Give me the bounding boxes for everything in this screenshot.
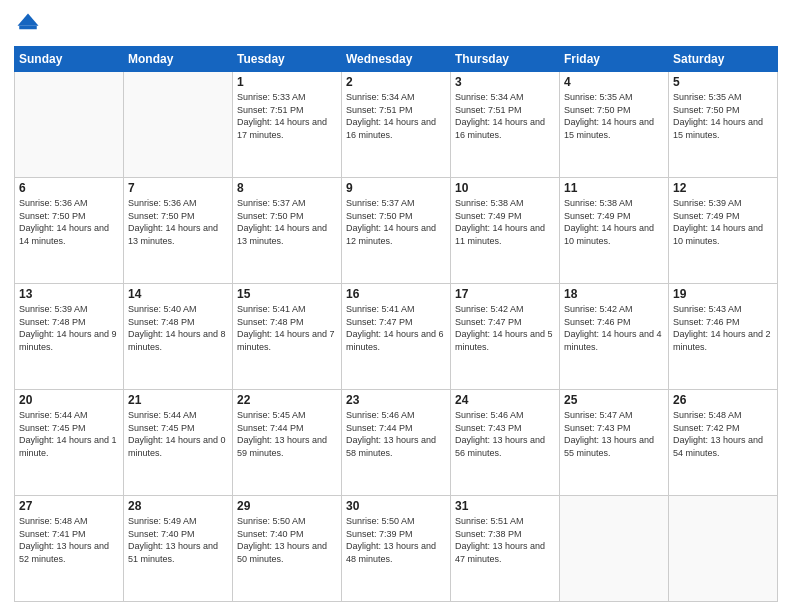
day-info: Sunrise: 5:46 AMSunset: 7:43 PMDaylight:… xyxy=(455,409,555,459)
day-number: 20 xyxy=(19,393,119,407)
day-number: 8 xyxy=(237,181,337,195)
calendar-body: 1Sunrise: 5:33 AMSunset: 7:51 PMDaylight… xyxy=(15,72,778,602)
day-info: Sunrise: 5:47 AMSunset: 7:43 PMDaylight:… xyxy=(564,409,664,459)
day-cell: 31Sunrise: 5:51 AMSunset: 7:38 PMDayligh… xyxy=(451,496,560,602)
day-info: Sunrise: 5:49 AMSunset: 7:40 PMDaylight:… xyxy=(128,515,228,565)
day-number: 6 xyxy=(19,181,119,195)
day-number: 18 xyxy=(564,287,664,301)
day-cell: 16Sunrise: 5:41 AMSunset: 7:47 PMDayligh… xyxy=(342,284,451,390)
day-info: Sunrise: 5:44 AMSunset: 7:45 PMDaylight:… xyxy=(19,409,119,459)
svg-marker-0 xyxy=(18,14,39,26)
day-cell xyxy=(124,72,233,178)
day-cell: 8Sunrise: 5:37 AMSunset: 7:50 PMDaylight… xyxy=(233,178,342,284)
day-cell: 7Sunrise: 5:36 AMSunset: 7:50 PMDaylight… xyxy=(124,178,233,284)
day-info: Sunrise: 5:50 AMSunset: 7:40 PMDaylight:… xyxy=(237,515,337,565)
day-info: Sunrise: 5:33 AMSunset: 7:51 PMDaylight:… xyxy=(237,91,337,141)
day-cell: 17Sunrise: 5:42 AMSunset: 7:47 PMDayligh… xyxy=(451,284,560,390)
day-number: 13 xyxy=(19,287,119,301)
day-info: Sunrise: 5:37 AMSunset: 7:50 PMDaylight:… xyxy=(237,197,337,247)
week-row-4: 20Sunrise: 5:44 AMSunset: 7:45 PMDayligh… xyxy=(15,390,778,496)
day-number: 24 xyxy=(455,393,555,407)
day-number: 1 xyxy=(237,75,337,89)
week-row-3: 13Sunrise: 5:39 AMSunset: 7:48 PMDayligh… xyxy=(15,284,778,390)
day-info: Sunrise: 5:51 AMSunset: 7:38 PMDaylight:… xyxy=(455,515,555,565)
day-number: 30 xyxy=(346,499,446,513)
day-number: 28 xyxy=(128,499,228,513)
day-info: Sunrise: 5:34 AMSunset: 7:51 PMDaylight:… xyxy=(346,91,446,141)
day-info: Sunrise: 5:40 AMSunset: 7:48 PMDaylight:… xyxy=(128,303,228,353)
day-number: 25 xyxy=(564,393,664,407)
weekday-header-thursday: Thursday xyxy=(451,47,560,72)
day-cell: 28Sunrise: 5:49 AMSunset: 7:40 PMDayligh… xyxy=(124,496,233,602)
weekday-header-monday: Monday xyxy=(124,47,233,72)
day-info: Sunrise: 5:48 AMSunset: 7:42 PMDaylight:… xyxy=(673,409,773,459)
weekday-header-sunday: Sunday xyxy=(15,47,124,72)
day-cell: 22Sunrise: 5:45 AMSunset: 7:44 PMDayligh… xyxy=(233,390,342,496)
day-number: 7 xyxy=(128,181,228,195)
day-cell: 27Sunrise: 5:48 AMSunset: 7:41 PMDayligh… xyxy=(15,496,124,602)
day-cell: 20Sunrise: 5:44 AMSunset: 7:45 PMDayligh… xyxy=(15,390,124,496)
day-info: Sunrise: 5:35 AMSunset: 7:50 PMDaylight:… xyxy=(564,91,664,141)
day-cell: 24Sunrise: 5:46 AMSunset: 7:43 PMDayligh… xyxy=(451,390,560,496)
day-cell: 1Sunrise: 5:33 AMSunset: 7:51 PMDaylight… xyxy=(233,72,342,178)
day-info: Sunrise: 5:48 AMSunset: 7:41 PMDaylight:… xyxy=(19,515,119,565)
day-number: 3 xyxy=(455,75,555,89)
day-cell: 3Sunrise: 5:34 AMSunset: 7:51 PMDaylight… xyxy=(451,72,560,178)
day-cell: 23Sunrise: 5:46 AMSunset: 7:44 PMDayligh… xyxy=(342,390,451,496)
day-cell: 25Sunrise: 5:47 AMSunset: 7:43 PMDayligh… xyxy=(560,390,669,496)
day-cell: 12Sunrise: 5:39 AMSunset: 7:49 PMDayligh… xyxy=(669,178,778,284)
day-cell: 13Sunrise: 5:39 AMSunset: 7:48 PMDayligh… xyxy=(15,284,124,390)
day-info: Sunrise: 5:44 AMSunset: 7:45 PMDaylight:… xyxy=(128,409,228,459)
day-number: 31 xyxy=(455,499,555,513)
day-cell: 5Sunrise: 5:35 AMSunset: 7:50 PMDaylight… xyxy=(669,72,778,178)
day-info: Sunrise: 5:38 AMSunset: 7:49 PMDaylight:… xyxy=(564,197,664,247)
day-info: Sunrise: 5:36 AMSunset: 7:50 PMDaylight:… xyxy=(19,197,119,247)
day-cell: 9Sunrise: 5:37 AMSunset: 7:50 PMDaylight… xyxy=(342,178,451,284)
day-cell: 14Sunrise: 5:40 AMSunset: 7:48 PMDayligh… xyxy=(124,284,233,390)
page: SundayMondayTuesdayWednesdayThursdayFrid… xyxy=(0,0,792,612)
day-number: 14 xyxy=(128,287,228,301)
day-cell: 29Sunrise: 5:50 AMSunset: 7:40 PMDayligh… xyxy=(233,496,342,602)
day-info: Sunrise: 5:42 AMSunset: 7:46 PMDaylight:… xyxy=(564,303,664,353)
weekday-row: SundayMondayTuesdayWednesdayThursdayFrid… xyxy=(15,47,778,72)
weekday-header-saturday: Saturday xyxy=(669,47,778,72)
day-info: Sunrise: 5:39 AMSunset: 7:49 PMDaylight:… xyxy=(673,197,773,247)
day-cell: 18Sunrise: 5:42 AMSunset: 7:46 PMDayligh… xyxy=(560,284,669,390)
week-row-2: 6Sunrise: 5:36 AMSunset: 7:50 PMDaylight… xyxy=(15,178,778,284)
weekday-header-tuesday: Tuesday xyxy=(233,47,342,72)
day-number: 5 xyxy=(673,75,773,89)
day-number: 12 xyxy=(673,181,773,195)
day-info: Sunrise: 5:36 AMSunset: 7:50 PMDaylight:… xyxy=(128,197,228,247)
day-cell xyxy=(669,496,778,602)
day-number: 11 xyxy=(564,181,664,195)
day-info: Sunrise: 5:46 AMSunset: 7:44 PMDaylight:… xyxy=(346,409,446,459)
day-number: 19 xyxy=(673,287,773,301)
weekday-header-friday: Friday xyxy=(560,47,669,72)
day-number: 22 xyxy=(237,393,337,407)
svg-rect-1 xyxy=(19,26,37,30)
weekday-header-wednesday: Wednesday xyxy=(342,47,451,72)
day-cell: 11Sunrise: 5:38 AMSunset: 7:49 PMDayligh… xyxy=(560,178,669,284)
day-info: Sunrise: 5:38 AMSunset: 7:49 PMDaylight:… xyxy=(455,197,555,247)
day-info: Sunrise: 5:41 AMSunset: 7:48 PMDaylight:… xyxy=(237,303,337,353)
day-number: 10 xyxy=(455,181,555,195)
day-cell xyxy=(15,72,124,178)
day-info: Sunrise: 5:42 AMSunset: 7:47 PMDaylight:… xyxy=(455,303,555,353)
logo xyxy=(14,10,46,38)
day-number: 15 xyxy=(237,287,337,301)
day-number: 26 xyxy=(673,393,773,407)
day-cell: 30Sunrise: 5:50 AMSunset: 7:39 PMDayligh… xyxy=(342,496,451,602)
day-number: 27 xyxy=(19,499,119,513)
day-cell xyxy=(560,496,669,602)
day-info: Sunrise: 5:39 AMSunset: 7:48 PMDaylight:… xyxy=(19,303,119,353)
day-cell: 2Sunrise: 5:34 AMSunset: 7:51 PMDaylight… xyxy=(342,72,451,178)
day-number: 23 xyxy=(346,393,446,407)
header xyxy=(14,10,778,38)
day-info: Sunrise: 5:34 AMSunset: 7:51 PMDaylight:… xyxy=(455,91,555,141)
day-number: 16 xyxy=(346,287,446,301)
day-info: Sunrise: 5:43 AMSunset: 7:46 PMDaylight:… xyxy=(673,303,773,353)
day-info: Sunrise: 5:37 AMSunset: 7:50 PMDaylight:… xyxy=(346,197,446,247)
day-cell: 6Sunrise: 5:36 AMSunset: 7:50 PMDaylight… xyxy=(15,178,124,284)
day-cell: 21Sunrise: 5:44 AMSunset: 7:45 PMDayligh… xyxy=(124,390,233,496)
week-row-1: 1Sunrise: 5:33 AMSunset: 7:51 PMDaylight… xyxy=(15,72,778,178)
